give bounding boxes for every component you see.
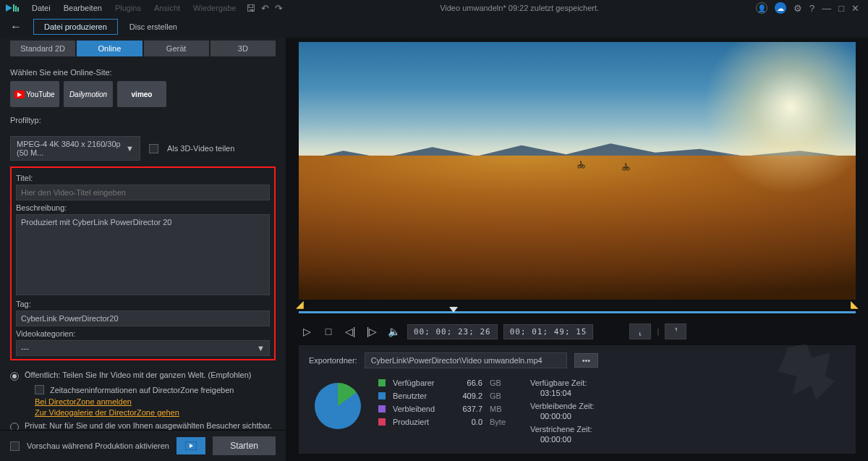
menu-file[interactable]: Datei — [26, 1, 56, 14]
menu-view[interactable]: Ansicht — [148, 1, 186, 14]
profile-label: Profiltyp: — [10, 116, 276, 124]
privacy-public-label: Öffentlich: Teilen Sie Ihr Video mit der… — [25, 371, 251, 379]
share-timeline-checkbox[interactable] — [35, 385, 44, 394]
legend-value: 637.7 — [451, 405, 482, 413]
legend-row: Benutzter409.2GB — [378, 392, 506, 400]
cloud-icon[interactable]: ☁ — [775, 2, 786, 14]
time-stats: Verfügbare Zeit: 03:15:04 Verbleibende Z… — [530, 378, 595, 447]
help-icon[interactable]: ? — [809, 3, 814, 14]
in-point-marker-icon[interactable]: ◢ — [296, 298, 304, 310]
profile-dropdown[interactable]: MPEG-4 4K 3840 x 2160/30p (50 M... ▼ — [10, 136, 140, 161]
tab-online[interactable]: Online — [77, 41, 142, 56]
title-input[interactable] — [16, 185, 270, 200]
cyclist-icon — [622, 163, 630, 171]
mark-out-button[interactable]: ⸣ — [665, 323, 686, 339]
output-tabs: Standard 2D Online Gerät 3D — [0, 38, 286, 56]
save-icon[interactable]: 🖫 — [246, 3, 255, 14]
produce-file-button[interactable]: Datei produzieren — [33, 19, 118, 35]
preview-during-production-checkbox[interactable] — [10, 441, 20, 451]
vimeo-label: vimeo — [132, 90, 153, 98]
site-vimeo[interactable]: vimeo — [117, 81, 166, 107]
timeline[interactable]: ◢ ◣ — [299, 300, 856, 318]
tab-device[interactable]: Gerät — [144, 41, 209, 56]
remain-time-value: 00:00:00 — [540, 412, 595, 420]
share-3d-label: Als 3D-Video teilen — [167, 144, 234, 153]
privacy-public-radio[interactable] — [10, 372, 19, 381]
video-preview — [299, 42, 856, 300]
volume-icon[interactable]: 🔈 — [386, 323, 401, 339]
description-label: Beschreibung: — [16, 203, 270, 212]
document-title: Video umwandeln* 09:22 zuletzt gespeiche… — [284, 4, 754, 12]
playhead-handle[interactable] — [449, 307, 458, 313]
legend-row: Produziert0.0Byte — [378, 418, 506, 426]
avail-time-label: Verfügbare Zeit: — [530, 378, 595, 387]
mark-in-button[interactable]: ⸤ — [629, 323, 651, 339]
svg-point-9 — [625, 164, 626, 165]
tab-3d[interactable]: 3D — [210, 41, 276, 56]
youtube-play-icon: ▶ — [14, 90, 25, 98]
play-icon[interactable]: ▷ — [299, 323, 315, 339]
undo-icon[interactable]: ↶ — [261, 3, 269, 14]
legend-label: Verfügbarer — [393, 378, 443, 387]
legend-swatch-icon — [378, 379, 386, 386]
timecode-current[interactable]: 00; 00; 23; 26 — [407, 324, 498, 339]
legend-unit: MB — [490, 405, 506, 413]
export-path: CyberLink\PowerDirector\Video umwandeln.… — [365, 352, 567, 368]
privacy-private-label: Privat: Nur für Sie und die von Ihnen au… — [25, 421, 272, 430]
legend-row: Verbleibend637.7MB — [378, 405, 506, 413]
title-label: Titel: — [16, 174, 270, 182]
action-bar: ← Datei produzieren Disc erstellen — [0, 16, 868, 38]
share-3d-checkbox[interactable] — [149, 144, 158, 153]
legend-swatch-icon — [378, 392, 386, 399]
description-input[interactable] — [16, 214, 270, 295]
back-icon[interactable]: ← — [10, 20, 22, 33]
legend-swatch-icon — [378, 418, 386, 426]
director-watermark-icon — [760, 329, 854, 425]
start-button[interactable]: Starten — [213, 436, 276, 455]
export-folder-label: Exportordner: — [309, 356, 357, 365]
browse-folder-button[interactable]: ••• — [574, 353, 599, 368]
legend-value: 0.0 — [451, 418, 482, 426]
site-dailymotion[interactable]: Dailymotion — [64, 81, 113, 107]
menu-playback[interactable]: Wiedergabe — [187, 1, 242, 14]
preview-play-icon[interactable] — [176, 437, 205, 454]
out-point-marker-icon[interactable]: ◣ — [851, 298, 859, 310]
left-panel: Standard 2D Online Gerät 3D Wählen Sie e… — [0, 38, 286, 461]
tag-label: Tag: — [16, 300, 270, 308]
legend-unit: GB — [490, 392, 506, 400]
account-icon[interactable]: 👤 — [756, 2, 767, 14]
chevron-down-icon: ▼ — [126, 144, 134, 153]
elapsed-time-value: 00:00:00 — [540, 435, 595, 444]
avail-time-value: 03:15:04 — [540, 389, 595, 397]
settings-icon[interactable]: ⚙ — [793, 3, 802, 14]
minimize-icon[interactable]: — — [822, 3, 831, 14]
elapsed-time-label: Verstrichene Zeit: — [530, 425, 595, 433]
legend-label: Produziert — [393, 418, 443, 426]
prev-frame-icon[interactable]: ◁| — [342, 323, 358, 339]
next-frame-icon[interactable]: |▷ — [364, 323, 380, 339]
category-dropdown[interactable]: --- ▼ — [16, 340, 270, 356]
create-disc-link[interactable]: Disc erstellen — [129, 22, 177, 31]
disk-usage-pie — [315, 383, 361, 429]
menu-edit[interactable]: Bearbeiten — [58, 1, 108, 14]
svg-rect-1 — [15, 6, 17, 12]
site-youtube[interactable]: ▶ YouTube — [10, 81, 59, 107]
privacy-private-radio[interactable] — [10, 423, 19, 430]
tag-input[interactable] — [16, 310, 270, 326]
dz-gallery-link[interactable]: Zur Videogalerie der DirectorZone gehen — [35, 408, 276, 417]
tab-standard-2d[interactable]: Standard 2D — [10, 41, 75, 56]
doc-status-text: 09:22 zuletzt gespeichert. — [509, 4, 599, 12]
dz-signin-link[interactable]: Bei DirectorZone anmelden — [35, 397, 276, 406]
category-label: Videokategorien: — [16, 329, 270, 338]
menu-plugins[interactable]: Plugins — [109, 1, 147, 14]
chevron-down-icon: ▼ — [257, 344, 265, 352]
maximize-icon[interactable]: □ — [838, 3, 844, 14]
stop-icon[interactable]: □ — [320, 323, 336, 339]
legend-unit: GB — [490, 378, 506, 387]
legend-label: Benutzter — [393, 392, 443, 400]
close-icon[interactable]: ✕ — [851, 3, 859, 14]
redo-icon[interactable]: ↷ — [275, 3, 283, 14]
profile-selected: MPEG-4 4K 3840 x 2160/30p (50 M... — [17, 140, 126, 157]
timecode-total: 00; 01; 49; 15 — [503, 324, 594, 339]
cyclist-icon — [577, 161, 585, 169]
